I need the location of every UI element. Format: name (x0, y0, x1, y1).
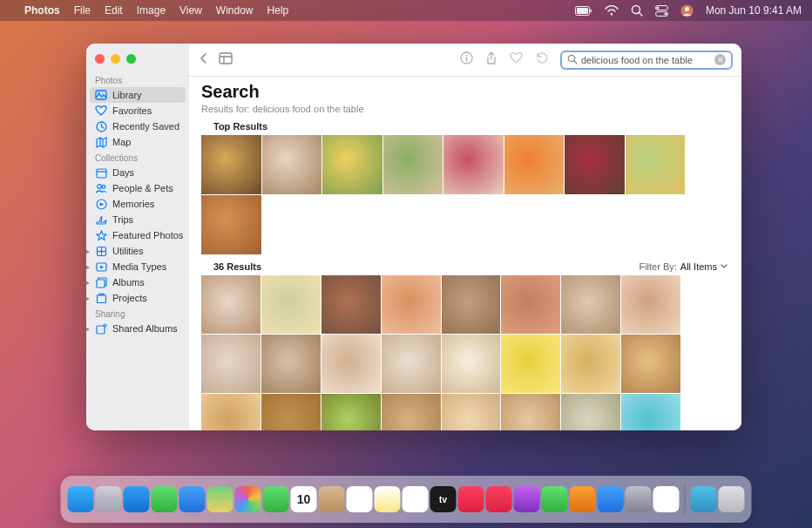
app-menu[interactable]: Photos (24, 4, 60, 17)
favorite-button[interactable] (510, 52, 523, 68)
search-input[interactable] (581, 55, 714, 65)
result-thumbnail[interactable] (621, 394, 680, 430)
result-thumbnail[interactable] (501, 335, 560, 393)
sidebar-item-label: Memories (112, 199, 154, 209)
sidebar-item-label: Map (112, 137, 131, 147)
top-result-thumbnail[interactable] (262, 135, 322, 194)
sidebar-item-media-types[interactable]: ▸Media Types (86, 259, 189, 274)
dock-downloads[interactable] (691, 486, 717, 512)
dock-numbers[interactable] (542, 486, 568, 512)
sidebar-item-recently-saved[interactable]: Recently Saved (86, 118, 189, 134)
result-thumbnail[interactable] (561, 335, 620, 393)
sidebar-item-albums[interactable]: ▸Albums (86, 274, 189, 290)
result-thumbnail[interactable] (621, 335, 680, 393)
sidebar-item-days[interactable]: Days (86, 165, 189, 180)
maximize-button[interactable] (126, 54, 136, 64)
result-thumbnail[interactable] (561, 275, 620, 334)
menu-help[interactable]: Help (267, 4, 289, 17)
clock[interactable]: Mon Jun 10 9:41 AM (706, 4, 802, 17)
dock-news[interactable] (486, 486, 512, 512)
result-thumbnail[interactable] (201, 394, 261, 430)
result-thumbnail[interactable] (201, 335, 261, 393)
top-result-thumbnail[interactable] (443, 135, 504, 194)
result-thumbnail[interactable] (261, 394, 321, 430)
info-button[interactable] (460, 51, 473, 68)
menu-window[interactable]: Window (216, 4, 254, 17)
menu-edit[interactable]: Edit (105, 4, 123, 17)
result-thumbnail[interactable] (382, 394, 441, 430)
menu-image[interactable]: Image (137, 4, 166, 17)
clear-search-button[interactable]: ✕ (714, 54, 726, 65)
result-thumbnail[interactable] (442, 394, 501, 430)
sidebar-item-featured-photos[interactable]: Featured Photos (86, 227, 189, 243)
result-thumbnail[interactable] (501, 394, 560, 430)
sidebar-item-map[interactable]: Map (86, 134, 189, 150)
result-thumbnail[interactable] (321, 335, 381, 393)
dock-settings[interactable] (626, 486, 652, 512)
dock-screentime[interactable] (653, 486, 680, 512)
people-icon (95, 182, 107, 194)
top-result-thumbnail[interactable] (322, 135, 382, 194)
layout-button[interactable] (219, 52, 233, 68)
dock-notes[interactable] (375, 486, 401, 512)
menu-file[interactable]: File (74, 4, 91, 17)
dock-launchpad[interactable] (96, 486, 122, 512)
dock-mail[interactable] (179, 486, 206, 512)
dock-appstore[interactable] (598, 486, 624, 512)
dock-reminders[interactable] (347, 486, 373, 512)
dock-tv[interactable]: tv (430, 486, 457, 512)
rotate-button[interactable] (535, 51, 548, 68)
dock-pages[interactable] (570, 486, 596, 512)
dock-finder[interactable] (68, 486, 94, 512)
result-thumbnail[interactable] (201, 275, 261, 334)
top-result-thumbnail[interactable] (201, 195, 261, 254)
result-thumbnail[interactable] (561, 394, 620, 430)
dock-facetime[interactable] (263, 486, 289, 512)
battery-icon[interactable] (575, 6, 592, 16)
filter-control[interactable]: Filter By: All Items (639, 261, 727, 272)
spotlight-icon[interactable] (631, 4, 643, 17)
result-thumbnail[interactable] (321, 394, 381, 430)
wifi-icon[interactable] (605, 5, 619, 16)
dock-freeform[interactable] (403, 486, 429, 512)
sidebar-item-people-pets[interactable]: People & Pets (86, 180, 189, 196)
sidebar-item-shared-albums[interactable]: ▸Shared Albums (86, 321, 189, 336)
minimize-button[interactable] (111, 54, 120, 64)
result-thumbnail[interactable] (442, 335, 501, 393)
share-button[interactable] (485, 51, 497, 69)
top-result-thumbnail[interactable] (383, 135, 443, 194)
close-button[interactable] (95, 54, 105, 64)
sidebar-item-library[interactable]: Library (90, 87, 186, 103)
top-result-thumbnail[interactable] (626, 135, 686, 194)
result-thumbnail[interactable] (382, 275, 441, 334)
dock-messages[interactable] (152, 486, 178, 512)
dock-calendar[interactable]: 10 (291, 486, 317, 512)
user-icon[interactable] (680, 4, 694, 17)
control-center-icon[interactable] (655, 5, 668, 17)
dock-photos[interactable] (235, 486, 261, 512)
dock-safari[interactable] (124, 486, 150, 512)
result-thumbnail[interactable] (442, 275, 501, 334)
sidebar-item-favorites[interactable]: Favorites (86, 103, 189, 118)
sidebar-item-memories[interactable]: Memories (86, 196, 189, 212)
dock-contacts[interactable] (319, 486, 345, 512)
dock-music[interactable] (458, 486, 484, 512)
sidebar-item-trips[interactable]: Trips (86, 212, 189, 227)
top-result-thumbnail[interactable] (201, 135, 261, 194)
dock-maps[interactable] (207, 486, 233, 512)
dock-podcasts[interactable] (514, 486, 540, 512)
result-thumbnail[interactable] (321, 275, 381, 334)
result-thumbnail[interactable] (261, 275, 321, 334)
result-thumbnail[interactable] (501, 275, 560, 334)
result-thumbnail[interactable] (382, 335, 441, 393)
search-field[interactable]: ✕ (560, 51, 733, 70)
result-thumbnail[interactable] (261, 335, 321, 393)
result-thumbnail[interactable] (621, 275, 680, 334)
top-result-thumbnail[interactable] (565, 135, 625, 194)
menu-view[interactable]: View (179, 4, 202, 17)
dock-trash[interactable] (719, 486, 745, 512)
top-result-thumbnail[interactable] (504, 135, 565, 194)
sidebar-item-utilities[interactable]: ▸Utilities (86, 243, 189, 259)
back-button[interactable] (198, 52, 210, 68)
sidebar-item-projects[interactable]: ▸Projects (86, 290, 189, 306)
